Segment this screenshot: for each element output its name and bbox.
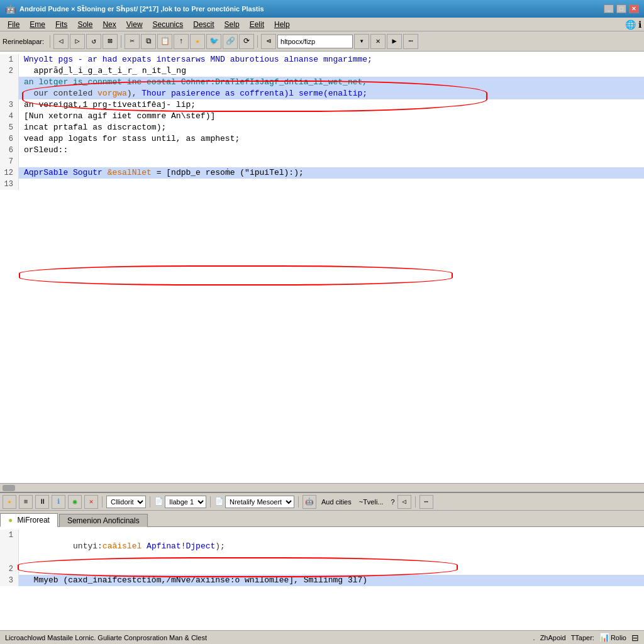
tab-semenion[interactable]: Semenion Anoficinals — [59, 514, 148, 527]
status-filter-icon: ⊟ — [631, 633, 639, 643]
toolbar-prev-btn[interactable]: ⊲ — [261, 34, 276, 49]
bt-help-label: ? — [391, 498, 395, 506]
toolbar-back-btn[interactable]: ◁ — [53, 34, 69, 49]
h-scroll-thumb[interactable] — [3, 485, 15, 491]
bt-select-3[interactable]: Nretalify Mesoert — [225, 496, 294, 508]
toolbar-link-btn[interactable]: 🔗 — [223, 34, 238, 49]
bt-robot-btn[interactable]: 🤖 — [303, 495, 316, 509]
bt-select-1[interactable]: Cllidorit — [106, 496, 146, 508]
bt-select-3-wrapper: 📄 Nretalify Mesoert — [214, 496, 294, 508]
toolbar-paste-btn[interactable]: 📋 — [157, 34, 172, 49]
code-line-2b: an lotger is_connmet inc-eostal Cohner:D… — [0, 77, 644, 88]
bt-red-btn[interactable]: ✕ — [84, 495, 98, 509]
minimize-button[interactable]: _ — [604, 4, 614, 13]
bottom-panel: ★ ≡ ⏸ ℹ ◉ ✕ Cllidorit 📄 Ilabge 1 📄 Nreta… — [0, 492, 644, 630]
toolbar-share-btn[interactable]: 🐦 — [206, 34, 221, 49]
line-number-12: 12 — [0, 167, 19, 179]
toolbar-refresh2-btn[interactable]: ⟳ — [239, 34, 254, 49]
bottom-line-content-1: untyi:caāislel Apfinat!Djpect); — [19, 530, 644, 564]
toolbar: Rerineblapar: ◁ ▷ ↺ ⊠ ✂ ⧉ 📋 ↑ ★ 🐦 🔗 ⟳ ⊲ … — [0, 31, 644, 52]
bottom-line-content-3: Mmyeb (caxd_inaifcestctiōm,/mNve/axiinse… — [19, 575, 644, 586]
toolbar-separator-3 — [257, 35, 258, 48]
bt-info-btn[interactable]: ℹ — [52, 495, 65, 509]
menu-file[interactable]: File — [3, 19, 25, 30]
url-input[interactable] — [277, 35, 353, 48]
toolbar-up-btn[interactable]: ↑ — [174, 34, 189, 49]
bt-green-btn[interactable]: ◉ — [68, 495, 82, 509]
code-line-2: 2 apprā̱d̲l̲i̲g̲a̲t̲i̲r̲ n̲it_l̲ng — [0, 65, 644, 77]
code-line-6a: 6 vead app logats for stass until, as am… — [0, 133, 644, 145]
toolbar-close-tab-btn[interactable]: ✕ — [370, 34, 386, 49]
bt-nav-back-btn[interactable]: ◁ — [397, 495, 411, 509]
toolbar-cut-btn[interactable]: ✂ — [125, 34, 140, 49]
line-number-6b: 6 — [0, 145, 19, 156]
annotation-oval-2 — [19, 265, 453, 286]
info-icon: ℹ — [638, 19, 641, 30]
globe-icon: 🌐 — [625, 19, 636, 30]
status-zhapoid: ZhApoid — [540, 634, 566, 641]
toolbar-go-btn[interactable]: ▶ — [387, 34, 402, 49]
title-bar-buttons: _ □ ✕ — [604, 4, 639, 13]
bt-star-btn[interactable]: ★ — [3, 495, 16, 509]
code-line-6b: 6 orSleud:: — [0, 145, 644, 156]
bottom-code-line-2: 2 — [0, 564, 644, 575]
main-area: 1 Wnyolt pgs - ar had expats intersarws … — [0, 52, 644, 492]
menu-eme[interactable]: Eme — [25, 19, 50, 30]
toolbar-label: Rerineblapar: — [3, 38, 44, 45]
menu-secunics[interactable]: Secunics — [148, 19, 189, 30]
bt-list-btn[interactable]: ≡ — [19, 495, 33, 509]
bottom-line-content-2 — [19, 564, 644, 575]
menu-help[interactable]: Help — [269, 19, 295, 30]
android-icon: 🤖 — [5, 4, 16, 14]
toolbar-stop-btn[interactable]: ⊠ — [103, 34, 118, 49]
bt-folder-icon: 📄 — [154, 497, 164, 506]
title-text: Android Pudne × St̄loning er Sh̄pst/ [2*… — [19, 5, 264, 13]
code-line-13: 13 — [0, 179, 644, 190]
line-content-1: Wnyolt pgs - ar had expats intersarws MN… — [19, 54, 644, 65]
bottom-code-line-1: 1 untyi:caāislel Apfinat!Djpect); — [0, 530, 644, 564]
line-content-13 — [19, 179, 644, 190]
line-content-5: incat prtafal as discractom); — [19, 122, 644, 133]
code-line-3: 3 an vereigat,1 prg-tiveatifêaj- lip; — [0, 99, 644, 111]
line-number-2b — [0, 77, 19, 88]
title-bar-left: 🤖 Android Pudne × St̄loning er Sh̄pst/ [… — [5, 4, 264, 14]
menu-sole[interactable]: Sole — [72, 19, 97, 30]
bt-pause-btn[interactable]: ⏸ — [35, 495, 49, 509]
toolbar-dropdown-btn[interactable]: ▾ — [354, 34, 369, 49]
tab-miforeat-label: MiFroreat — [18, 516, 50, 525]
toolbar-bookmark-btn[interactable]: ★ — [190, 34, 205, 49]
toolbar-refresh-btn[interactable]: ↺ — [86, 34, 101, 49]
bottom-line-number-2: 2 — [0, 564, 19, 575]
bt-sep-5 — [415, 496, 416, 508]
bt-sep-4 — [298, 496, 299, 508]
toolbar-separator-2 — [121, 35, 121, 48]
bt-sep-3 — [210, 496, 211, 508]
bt-sep-2 — [150, 496, 150, 508]
line-number-1: 1 — [0, 54, 19, 65]
line-content-4: [Nun xetorna agif iiet commre An\stef)] — [19, 111, 644, 122]
menu-eelit[interactable]: Eelit — [245, 19, 269, 30]
tab-miforeat[interactable]: ● MiFroreat — [0, 513, 58, 527]
line-content-6a: vead app logats for stass until, as amph… — [19, 133, 644, 145]
menu-fits[interactable]: Fits — [50, 19, 72, 30]
toolbar-copy-btn[interactable]: ⧉ — [141, 34, 156, 49]
toolbar-more-btn[interactable]: ⋯ — [403, 34, 418, 49]
line-number-6a: 6 — [0, 133, 19, 145]
menu-descit[interactable]: Descit — [188, 19, 219, 30]
menu-selp[interactable]: Selp — [219, 19, 245, 30]
line-content-2c: our conteled vorgwa), Thour pasierence a… — [19, 88, 644, 99]
bt-more-btn[interactable]: ⋯ — [419, 495, 433, 509]
maximize-button[interactable]: □ — [616, 4, 626, 13]
close-button[interactable]: ✕ — [629, 4, 639, 13]
bt-select-2[interactable]: Ilabge 1 — [165, 496, 206, 508]
toolbar-fwd-btn[interactable]: ▷ — [70, 34, 85, 49]
line-number-4: 4 — [0, 111, 19, 122]
h-scrollbar[interactable] — [0, 483, 644, 492]
title-bar: 🤖 Android Pudne × St̄loning er Sh̄pst/ [… — [0, 0, 644, 18]
status-dot: . — [533, 634, 535, 641]
code-line-4: 4 [Nun xetorna agif iiet commre An\stef)… — [0, 111, 644, 122]
menu-nex[interactable]: Nex — [97, 19, 121, 30]
code-editor: 1 Wnyolt pgs - ar had expats intersarws … — [0, 52, 644, 483]
android-small-icon: ● — [8, 516, 13, 525]
menu-view[interactable]: View — [121, 19, 148, 30]
